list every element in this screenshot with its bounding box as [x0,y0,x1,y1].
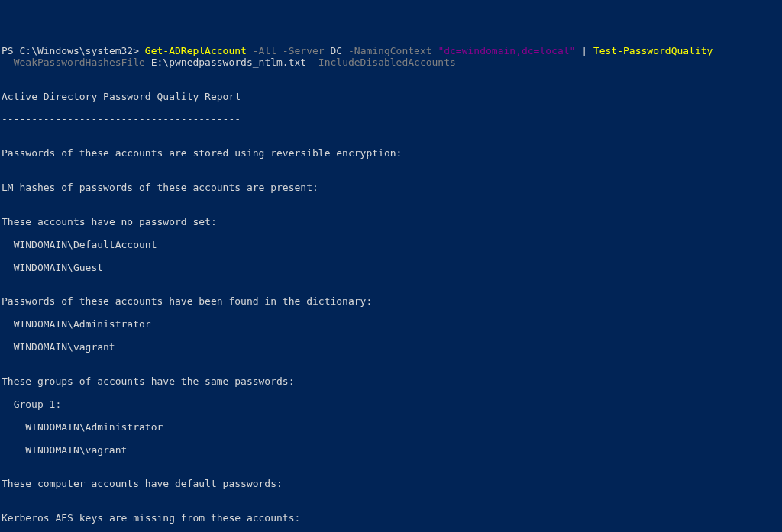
arg-server: DC [325,45,342,56]
switch-all: -All [247,45,276,56]
section-nopassword-header: These accounts have no password set: [2,217,780,228]
section-samepass-header: These groups of accounts have the same p… [2,376,780,388]
report-title: Active Directory Password Quality Report [2,92,780,103]
terminal[interactable]: PS C:\Windows\system32> Get-ADReplAccoun… [2,46,780,532]
prompt-prefix: PS C:\Windows\system32> [2,45,145,56]
command-line: PS C:\Windows\system32> Get-ADReplAccoun… [2,46,780,69]
group-label: Group 1: [2,399,780,411]
pipe-operator: | [575,45,593,56]
switch-weakpasswordhashesfile: -WeakPasswordHashesFile [2,56,145,68]
arg-namingcontext: "dc=windomain,dc=local" [432,45,576,56]
list-item: WINDOMAIN\Guest [2,263,780,274]
section-lmhash-header: LM hashes of passwords of these accounts… [2,182,780,194]
list-item: WINDOMAIN\DefaultAccount [2,240,780,251]
switch-namingcontext: -NamingContext [342,45,431,56]
report-underline: ---------------------------------------- [2,114,780,125]
cmdlet-get-adreplaccount: Get-ADReplAccount [145,45,247,56]
section-kerbmissing-header: Kerberos AES keys are missing from these… [2,513,780,524]
section-dictionary-header: Passwords of these accounts have been fo… [2,296,780,308]
section-reversible-header: Passwords of these accounts are stored u… [2,148,780,160]
cmdlet-test-passwordquality: Test-PasswordQuality [593,45,713,56]
output: Active Directory Password Quality Report… [2,80,780,532]
list-item: WINDOMAIN\vagrant [2,342,780,353]
list-item: WINDOMAIN\Administrator [2,422,780,434]
list-item: WINDOMAIN\Administrator [2,319,780,330]
section-compdefault-header: These computer accounts have default pas… [2,479,780,490]
switch-server: -Server [276,45,325,56]
switch-includedisabledaccounts: -IncludeDisabledAccounts [306,56,456,68]
list-item: WINDOMAIN\vagrant [2,445,780,456]
arg-weakpasswordhashesfile: E:\pwnedpasswords_ntlm.txt [145,56,306,68]
